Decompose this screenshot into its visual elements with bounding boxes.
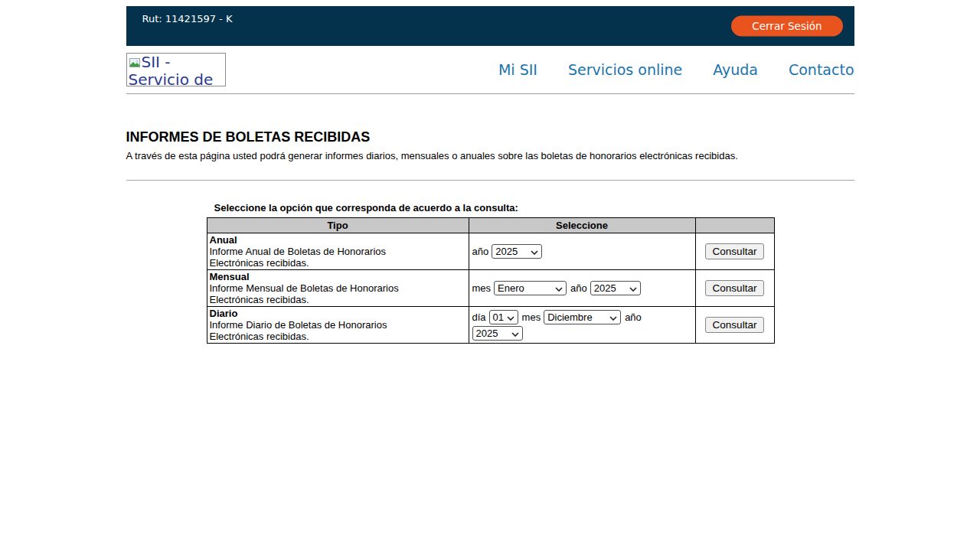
table-caption: Seleccione la opción que corresponda de … [207, 202, 774, 214]
table-header-row: Tipo Seleccione [207, 218, 774, 233]
diario-consultar-button[interactable]: Consultar [705, 317, 765, 333]
chevron-down-icon [555, 282, 563, 294]
nav-mi-sii[interactable]: Mi SII [498, 61, 537, 78]
header-seleccione: Seleccione [469, 218, 695, 233]
topbar: Rut: 11421597 - K Cerrar Sesión [126, 6, 854, 46]
anual-seleccione-cell: año2025 [469, 233, 695, 270]
diario-dia-label: día [472, 311, 486, 323]
mensual-title: Mensual [210, 271, 466, 282]
diario-anio-select[interactable]: 2025 [472, 326, 523, 341]
sii-logo-broken-image[interactable]: SII - Servicio de [126, 53, 226, 86]
mensual-button-cell: Consultar [695, 270, 774, 307]
divider [126, 180, 854, 181]
diario-seleccione-cell: día01mesDiciembreaño 2025 [469, 307, 695, 344]
chevron-down-icon [507, 311, 514, 323]
anual-tipo-cell: Anual Informe Anual de Boletas de Honora… [207, 233, 469, 270]
mensual-anio-select[interactable]: 2025 [590, 281, 641, 295]
anual-button-cell: Consultar [695, 233, 774, 270]
header-row: SII - Servicio de Mi SII Servicios onlin… [126, 46, 854, 94]
diario-description: Informe Diario de Boletas de Honorarios … [210, 319, 418, 342]
mensual-mes-label: mes [472, 282, 492, 294]
table-row-anual: Anual Informe Anual de Boletas de Honora… [207, 233, 774, 270]
anual-title: Anual [210, 234, 466, 246]
chevron-down-icon [629, 282, 637, 294]
broken-image-icon [129, 56, 141, 72]
mensual-tipo-cell: Mensual Informe Mensual de Boletas de Ho… [207, 270, 469, 307]
header-tipo: Tipo [207, 218, 469, 233]
table-row-mensual: Mensual Informe Mensual de Boletas de Ho… [207, 270, 774, 307]
nav-ayuda[interactable]: Ayuda [713, 61, 758, 78]
logo-alt-text: SII - Servicio de [129, 53, 214, 86]
logout-button[interactable]: Cerrar Sesión [731, 16, 842, 37]
anual-anio-label: año [472, 246, 489, 257]
mensual-description: Informe Mensual de Boletas de Honorarios… [210, 282, 418, 305]
anual-anio-select[interactable]: 2025 [492, 244, 542, 259]
report-table-section: Seleccione la opción que corresponda de … [207, 202, 774, 344]
report-table: Tipo Seleccione Anual Informe Anual de B… [207, 217, 775, 344]
chevron-down-icon [511, 328, 519, 339]
mensual-seleccione-cell: mesEneroaño2025 [469, 270, 695, 307]
header-empty [695, 218, 774, 233]
diario-button-cell: Consultar [695, 307, 774, 344]
anual-description: Informe Anual de Boletas de Honorarios E… [210, 246, 418, 269]
page-description: A través de esta página usted podrá gene… [126, 150, 854, 161]
page-title: INFORMES DE BOLETAS RECIBIDAS [126, 129, 854, 145]
nav-contacto[interactable]: Contacto [789, 61, 854, 78]
mensual-consultar-button[interactable]: Consultar [705, 280, 765, 296]
diario-anio-label: año [625, 311, 642, 323]
anual-consultar-button[interactable]: Consultar [705, 243, 765, 259]
page-container: Rut: 11421597 - K Cerrar Sesión SII - Se… [126, 6, 854, 344]
diario-mes-label: mes [522, 311, 541, 323]
diario-tipo-cell: Diario Informe Diario de Boletas de Hono… [207, 307, 469, 344]
rut-label: Rut: 11421597 - K [142, 13, 233, 24]
diario-mes-select[interactable]: Diciembre [544, 310, 621, 324]
table-row-diario: Diario Informe Diario de Boletas de Hono… [207, 307, 774, 344]
nav-servicios-online[interactable]: Servicios online [568, 61, 682, 78]
chevron-down-icon [609, 311, 617, 323]
chevron-down-icon [531, 246, 538, 257]
main-nav: Mi SII Servicios online Ayuda Contacto [498, 61, 854, 78]
mensual-anio-label: año [570, 282, 587, 294]
mensual-mes-select[interactable]: Enero [494, 281, 567, 295]
diario-dia-select[interactable]: 01 [489, 310, 518, 324]
main-content: INFORMES DE BOLETAS RECIBIDAS A través d… [126, 129, 854, 344]
diario-title: Diario [210, 308, 466, 319]
